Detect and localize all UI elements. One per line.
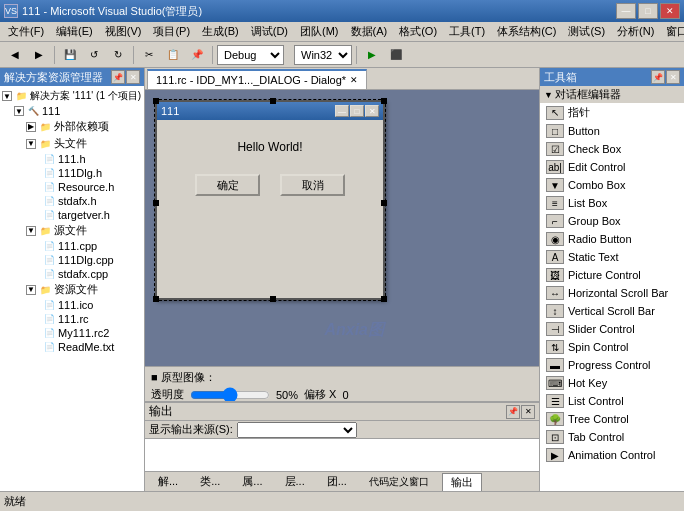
toolbar-back-button[interactable]: ◀ <box>4 44 26 66</box>
list-item[interactable]: 📄111.ico <box>2 298 142 312</box>
dialog-max-btn[interactable]: □ <box>350 105 364 117</box>
menu-team[interactable]: 团队(M) <box>294 23 345 40</box>
bottom-tab-properties[interactable]: 属... <box>233 472 271 491</box>
maximize-button[interactable]: □ <box>638 3 658 19</box>
tree-item-external-deps[interactable]: ▶ 📁 外部依赖项 <box>2 118 142 135</box>
menu-file[interactable]: 文件(F) <box>2 23 50 40</box>
toolbox-pin-button[interactable]: 📌 <box>651 70 665 84</box>
tab-close-icon[interactable]: ✕ <box>350 75 358 85</box>
menu-tools[interactable]: 工具(T) <box>443 23 491 40</box>
toolbox-item[interactable]: 🖼Picture Control <box>540 266 684 284</box>
list-item[interactable]: 📄111Dlg.h <box>2 166 142 180</box>
toolbar-copy-button[interactable]: 📋 <box>162 44 184 66</box>
output-source-select[interactable] <box>237 422 357 438</box>
toolbox-item[interactable]: ▬Progress Control <box>540 356 684 374</box>
menu-build[interactable]: 生成(B) <box>196 23 245 40</box>
toolbar-cut-button[interactable]: ✂ <box>138 44 160 66</box>
toolbar-stop-button[interactable]: ⬛ <box>385 44 407 66</box>
menu-edit[interactable]: 编辑(E) <box>50 23 99 40</box>
toolbox-item[interactable]: ⌨Hot Key <box>540 374 684 392</box>
tab-dialog-editor[interactable]: 111.rc - IDD_MY1..._DIALOG - Dialog* ✕ <box>147 69 367 89</box>
toolbox-item[interactable]: ↖指针 <box>540 103 684 122</box>
bottom-tab-layers[interactable]: 层... <box>276 472 314 491</box>
menu-data[interactable]: 数据(A) <box>345 23 394 40</box>
expand-sources[interactable]: ▼ <box>26 226 36 236</box>
transparency-slider[interactable] <box>190 390 270 400</box>
toolbar-undo-button[interactable]: ↺ <box>83 44 105 66</box>
list-item[interactable]: 📄111.cpp <box>2 239 142 253</box>
toolbar-run-button[interactable]: ▶ <box>361 44 383 66</box>
toolbar-save-button[interactable]: 💾 <box>59 44 81 66</box>
list-item[interactable]: 📄stdafx.cpp <box>2 267 142 281</box>
toolbox-item[interactable]: □Button <box>540 122 684 140</box>
toolbox-item[interactable]: ⌐Group Box <box>540 212 684 230</box>
bottom-tab-class[interactable]: 类... <box>191 472 229 491</box>
toolbox-item[interactable]: ⇅Spin Control <box>540 338 684 356</box>
list-item[interactable]: 📄111.h <box>2 152 142 166</box>
toolbar-redo-button[interactable]: ↻ <box>107 44 129 66</box>
output-close-button[interactable]: ✕ <box>521 405 535 419</box>
debug-config-select[interactable]: Debug Release <box>217 45 284 65</box>
tree-item-solution[interactable]: ▼ 📁 解决方案 '111' (1 个项目) <box>2 88 142 104</box>
expand-external[interactable]: ▶ <box>26 122 36 132</box>
tree-item-resources[interactable]: ▼ 📁 资源文件 <box>2 281 142 298</box>
ok-button[interactable]: 确定 <box>195 174 260 196</box>
expand-resources[interactable]: ▼ <box>26 285 36 295</box>
menu-analyze[interactable]: 分析(N) <box>611 23 660 40</box>
toolbox-item[interactable]: ▶Animation Control <box>540 446 684 464</box>
toolbox-item[interactable]: ↔Horizontal Scroll Bar <box>540 284 684 302</box>
tree-item-project[interactable]: ▼ 🔨 111 <box>2 104 142 118</box>
pin-button[interactable]: 📌 <box>111 70 125 84</box>
toolbox-item[interactable]: 🌳Tree Control <box>540 410 684 428</box>
bottom-tab-output[interactable]: 输出 <box>442 473 482 491</box>
toolbox-item[interactable]: ☑Check Box <box>540 140 684 158</box>
output-pin-button[interactable]: 📌 <box>506 405 520 419</box>
expand-solution[interactable]: ▼ <box>2 91 12 101</box>
tree-item-sources[interactable]: ▼ 📁 源文件 <box>2 222 142 239</box>
close-button[interactable]: ✕ <box>660 3 680 19</box>
toolbox-item[interactable]: ☰List Control <box>540 392 684 410</box>
list-item[interactable]: 📄Resource.h <box>2 180 142 194</box>
dialog-close-btn[interactable]: ✕ <box>365 105 379 117</box>
list-item[interactable]: 📄111.rc <box>2 312 142 326</box>
solution-explorer-panel: 解决方案资源管理器 📌 ✕ ▼ 📁 解决方案 '111' (1 个项目) ▼ 🔨… <box>0 68 145 491</box>
toolbox-close-button[interactable]: ✕ <box>666 70 680 84</box>
list-item[interactable]: 📄stdafx.h <box>2 194 142 208</box>
toolbox-item[interactable]: ◉Radio Button <box>540 230 684 248</box>
folder-icon-headers: 📁 <box>38 138 52 150</box>
dialog-window[interactable]: 111 — □ ✕ Hello World! 确定 取消 <box>155 100 385 300</box>
menu-debug[interactable]: 调试(D) <box>245 23 294 40</box>
menu-view[interactable]: 视图(V) <box>99 23 148 40</box>
list-item[interactable]: 📄My111.rc2 <box>2 326 142 340</box>
expand-headers[interactable]: ▼ <box>26 139 36 149</box>
toolbox-item[interactable]: ↕Vertical Scroll Bar <box>540 302 684 320</box>
toolbox-item[interactable]: ≡List Box <box>540 194 684 212</box>
list-item[interactable]: 📄targetver.h <box>2 208 142 222</box>
toolbar-forward-button[interactable]: ▶ <box>28 44 50 66</box>
bottom-tab-solution[interactable]: 解... <box>149 472 187 491</box>
bottom-tab-code-def[interactable]: 代码定义窗口 <box>360 473 438 491</box>
output-panel: 输出 📌 ✕ 显示输出来源(S): <box>145 401 539 471</box>
menu-arch[interactable]: 体系结构(C) <box>491 23 562 40</box>
expand-project[interactable]: ▼ <box>14 106 24 116</box>
list-item[interactable]: 📄ReadMe.txt <box>2 340 142 354</box>
menu-window[interactable]: 窗口(W) <box>660 23 684 40</box>
dialog-min-btn[interactable]: — <box>335 105 349 117</box>
toolbox-section-header[interactable]: ▼ 对话框编辑器 <box>540 86 684 103</box>
cancel-button[interactable]: 取消 <box>280 174 345 196</box>
menu-test[interactable]: 测试(S) <box>562 23 611 40</box>
minimize-button[interactable]: — <box>616 3 636 19</box>
toolbox-item[interactable]: ⊣Slider Control <box>540 320 684 338</box>
toolbox-item[interactable]: ▼Combo Box <box>540 176 684 194</box>
tree-item-headers[interactable]: ▼ 📁 头文件 <box>2 135 142 152</box>
menu-project[interactable]: 项目(P) <box>147 23 196 40</box>
menu-format[interactable]: 格式(O) <box>393 23 443 40</box>
bottom-tab-team[interactable]: 团... <box>318 472 356 491</box>
list-item[interactable]: 📄111Dlg.cpp <box>2 253 142 267</box>
toolbox-item[interactable]: AStatic Text <box>540 248 684 266</box>
toolbox-item[interactable]: ⊡Tab Control <box>540 428 684 446</box>
toolbar-paste-button[interactable]: 📌 <box>186 44 208 66</box>
toolbox-item[interactable]: ab|Edit Control <box>540 158 684 176</box>
platform-select[interactable]: Win32 x64 <box>294 45 352 65</box>
panel-close-button[interactable]: ✕ <box>126 70 140 84</box>
